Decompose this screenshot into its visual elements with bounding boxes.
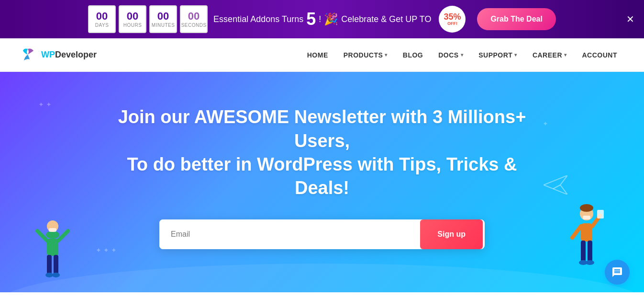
chat-bubble-button[interactable] [605,260,630,285]
nav-item-docs[interactable]: DOCS ▾ [431,51,471,59]
svg-rect-12 [583,216,590,219]
hours-label: Hours [123,23,142,28]
countdown-boxes: 00 Days 00 Hours 00 Minutes 00 Seconds [88,5,208,33]
logo-link[interactable]: WPDeveloper [19,46,97,64]
svg-marker-21 [544,175,567,195]
svg-rect-7 [54,255,58,274]
nav-item-home[interactable]: HOME [300,51,336,59]
hours-box: 00 Hours [119,5,146,33]
nav-item-products[interactable]: PRODUCTS ▾ [336,51,395,59]
svg-point-20 [586,260,594,265]
discount-pct: 35% [444,12,461,21]
nav-link-blog[interactable]: BLOG [395,51,431,59]
hero-title-line1: Join our AWESOME Newsletter with 3 Milli… [118,107,526,150]
newsletter-form[interactable]: Sign up [159,219,485,249]
chevron-down-icon: ▾ [385,52,388,58]
email-input[interactable] [159,219,418,249]
nav-item-career[interactable]: CAREER ▾ [525,51,575,59]
nav-link-account[interactable]: ACCOUNT [575,51,625,59]
promo-text-2: Celebrate & Get UP TO [341,14,431,24]
nav-item-support[interactable]: SUPPORT ▾ [471,51,525,59]
svg-point-8 [45,273,53,277]
svg-rect-16 [597,210,604,218]
svg-point-9 [52,273,60,277]
nav-link-docs[interactable]: DOCS ▾ [431,51,471,59]
nav-link-support[interactable]: SUPPORT ▾ [471,51,525,59]
nav-item-account[interactable]: ACCOUNT [575,51,625,59]
banner-close-button[interactable]: ✕ [626,13,634,25]
svg-line-4 [37,231,47,241]
chevron-down-icon: ▾ [461,52,464,58]
discount-off: OFF! [447,21,457,26]
svg-rect-18 [588,241,592,262]
nav-links: HOME PRODUCTS ▾ BLOG DOCS ▾ SUPPORT ▾ CA… [300,51,625,59]
paper-plane-decoration [544,175,567,196]
svg-point-11 [580,204,593,212]
hero-section: ✦ ✦ ✦ ✦ ✦ ✦ Join our AWESOME Newsletter … [0,72,644,292]
hours-value: 00 [127,11,138,22]
nav-link-products[interactable]: PRODUCTS ▾ [336,51,395,59]
deco-star-1: ✦ ✦ [38,101,52,108]
minutes-value: 00 [157,11,169,22]
nav-link-home[interactable]: HOME [300,51,336,59]
svg-point-0 [46,231,59,239]
hero-title-line2: To do better in WordPress with Tips, Tri… [127,154,517,198]
banner-promo-text: Essential Addons Turns 5 ! 🎉 Celebrate &… [213,11,431,28]
logo-wp: WP [41,50,55,59]
nav-link-career[interactable]: CAREER ▾ [525,51,575,59]
svg-rect-2 [49,228,56,232]
svg-line-22 [553,185,560,189]
logo-dev: Developer [55,50,97,59]
grab-deal-button[interactable]: Grab The Deal [477,8,555,30]
promo-number: 5 [306,11,316,28]
svg-line-5 [58,231,68,241]
chat-icon [611,266,623,278]
seconds-label: Seconds [181,23,207,28]
promo-text-1: Essential Addons Turns [213,14,303,24]
days-value: 00 [96,11,108,22]
chevron-down-icon: ▾ [514,52,517,58]
person-right-illustration [567,196,606,292]
svg-rect-6 [47,255,52,274]
seconds-value: 00 [188,11,200,22]
promo-emoji: 🎉 [324,12,338,26]
nav-item-blog[interactable]: BLOG [395,51,431,59]
navbar: WPDeveloper HOME PRODUCTS ▾ BLOG DOCS ▾ … [0,38,644,72]
logo-icon [19,46,37,64]
days-label: Days [95,23,109,28]
seconds-box: 00 Seconds [180,5,208,33]
promo-exclaim: ! [319,14,321,24]
minutes-box: 00 Minutes [149,5,177,33]
chevron-down-icon: ▾ [564,52,567,58]
hero-title: Join our AWESOME Newsletter with 3 Milli… [107,105,537,200]
person-left-illustration [29,206,77,292]
svg-line-14 [572,226,581,238]
logo-text: WPDeveloper [41,50,97,60]
deco-star-3: ✦ ✦ ✦ [96,246,117,254]
deco-star-2: ✦ [543,120,548,127]
svg-rect-17 [581,241,586,262]
days-box: 00 Days [88,5,116,33]
minutes-label: Minutes [152,23,175,28]
signup-button[interactable]: Sign up [420,219,483,249]
discount-badge: 35% OFF! [439,6,466,33]
top-banner: 00 Days 00 Hours 00 Minutes 00 Seconds E… [0,0,644,38]
